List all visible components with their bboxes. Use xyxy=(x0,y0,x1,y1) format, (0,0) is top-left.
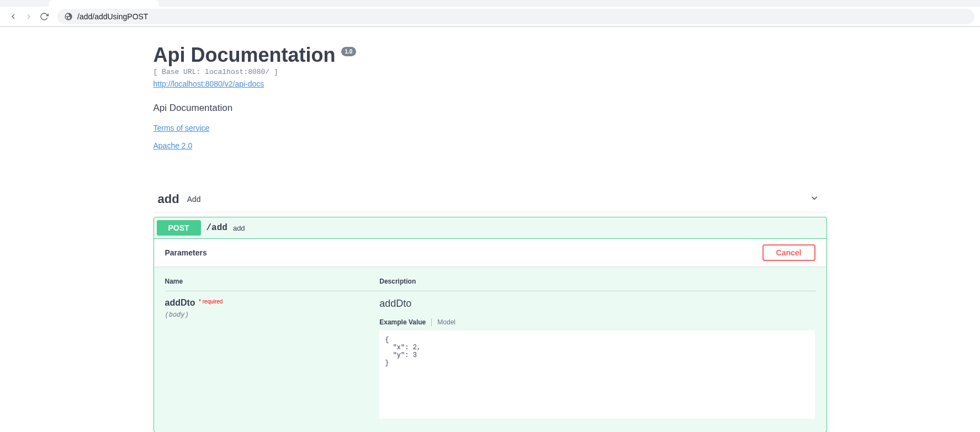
parameter-description: addDto xyxy=(379,298,815,310)
parameter-in: (body) xyxy=(165,311,380,319)
version-badge: 1.0 xyxy=(341,47,357,56)
tab-example-value[interactable]: Example Value xyxy=(379,318,431,326)
parameter-row: addDto * required (body) addDto Example … xyxy=(165,298,815,421)
tab-model[interactable]: Model xyxy=(431,318,461,326)
globe-icon xyxy=(64,12,73,21)
browser-tab[interactable] xyxy=(49,0,159,7)
url-text: /add/addUsingPOST xyxy=(77,12,148,21)
back-button[interactable] xyxy=(6,9,21,24)
api-description: Api Documentation xyxy=(153,103,827,114)
reload-button[interactable] xyxy=(36,9,52,24)
tag-header[interactable]: add Add xyxy=(153,186,827,212)
required-marker: * required xyxy=(199,298,223,305)
page-title: Api Documentation xyxy=(153,44,336,67)
license-link[interactable]: Apache 2.0 xyxy=(153,141,827,150)
base-url: [ Base URL: localhost:8080/ ] xyxy=(153,68,827,76)
address-bar[interactable]: /add/addUsingPOST xyxy=(57,9,974,24)
chevron-down-icon xyxy=(809,193,819,205)
column-header-name: Name xyxy=(165,278,380,285)
tag-description: Add xyxy=(187,195,201,204)
tag-name: add xyxy=(158,192,179,206)
example-value-textarea[interactable] xyxy=(379,330,815,419)
terms-link[interactable]: Terms of service xyxy=(153,124,827,132)
column-header-description: Description xyxy=(379,278,815,285)
operation-description: add xyxy=(233,224,245,232)
api-docs-link[interactable]: http://localhost:8080/v2/api-docs xyxy=(153,79,264,88)
forward-button[interactable] xyxy=(21,9,36,24)
parameter-name: addDto xyxy=(165,298,195,307)
operation-summary[interactable]: POST /add add xyxy=(154,217,827,238)
http-method-badge: POST xyxy=(157,220,201,236)
cancel-button[interactable]: Cancel xyxy=(762,244,815,261)
parameters-heading: Parameters xyxy=(165,248,207,257)
operation-path: /add xyxy=(206,223,227,233)
